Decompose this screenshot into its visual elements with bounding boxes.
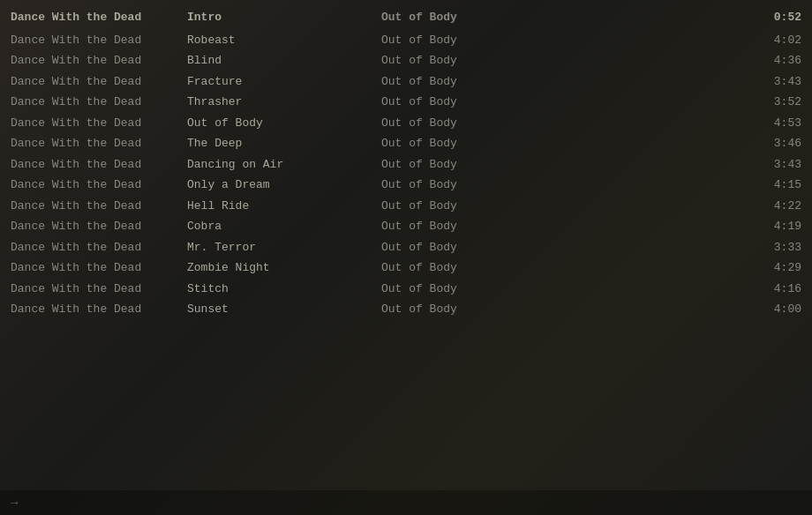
table-row[interactable]: Dance With the Dead The Deep Out of Body…: [0, 133, 812, 154]
track-title: Zombie Night: [187, 259, 381, 277]
table-row[interactable]: Dance With the Dead Thrasher Out of Body…: [0, 92, 812, 113]
track-spacer: [558, 176, 748, 194]
track-spacer: [558, 93, 748, 111]
track-album: Out of Body: [381, 301, 558, 318]
track-title: Hell Ride: [187, 198, 381, 215]
arrow-icon: →: [11, 496, 18, 510]
table-row[interactable]: Dance With the Dead Out of Body Out of B…: [0, 113, 812, 134]
track-artist: Dance With the Dead: [11, 280, 187, 298]
track-title: Blind: [187, 52, 381, 70]
track-album: Out of Body: [381, 176, 558, 194]
track-duration: 4:00: [748, 301, 801, 318]
track-title: The Deep: [187, 135, 381, 153]
track-duration: 3:52: [748, 93, 801, 111]
track-spacer: [558, 198, 748, 215]
table-row[interactable]: Dance With the Dead Robeast Out of Body …: [0, 30, 812, 51]
track-list: Dance With the Dead Intro Out of Body 0:…: [0, 0, 812, 320]
header-title: Intro: [187, 9, 381, 26]
track-spacer: [558, 259, 748, 277]
track-title: Fracture: [187, 73, 381, 91]
track-duration: 4:36: [748, 52, 801, 70]
track-duration: 4:19: [748, 218, 801, 235]
header-duration: 0:52: [748, 9, 801, 26]
table-row[interactable]: Dance With the Dead Sunset Out of Body 4…: [0, 299, 812, 320]
track-title: Only a Dream: [187, 176, 381, 194]
track-duration: 4:53: [748, 115, 801, 132]
track-album: Out of Body: [381, 32, 558, 49]
track-album: Out of Body: [381, 93, 558, 111]
track-spacer: [558, 115, 748, 132]
track-spacer: [558, 218, 748, 235]
track-album: Out of Body: [381, 280, 558, 298]
track-title: Out of Body: [187, 115, 381, 132]
table-row[interactable]: Dance With the Dead Blind Out of Body 4:…: [0, 50, 812, 71]
track-artist: Dance With the Dead: [11, 32, 187, 49]
table-row[interactable]: Dance With the Dead Stitch Out of Body 4…: [0, 279, 812, 300]
track-artist: Dance With the Dead: [11, 176, 187, 194]
track-artist: Dance With the Dead: [11, 156, 187, 174]
table-row[interactable]: Dance With the Dead Only a Dream Out of …: [0, 175, 812, 196]
track-artist: Dance With the Dead: [11, 301, 187, 318]
header-spacer: [558, 9, 748, 26]
track-spacer: [558, 301, 748, 318]
track-artist: Dance With the Dead: [11, 93, 187, 111]
table-row[interactable]: Dance With the Dead Zombie Night Out of …: [0, 258, 812, 279]
bottom-bar: →: [0, 490, 812, 515]
track-spacer: [558, 280, 748, 298]
track-album: Out of Body: [381, 52, 558, 70]
track-title: Thrasher: [187, 93, 381, 111]
track-album: Out of Body: [381, 115, 558, 132]
track-title: Robeast: [187, 32, 381, 49]
track-album: Out of Body: [381, 239, 558, 257]
track-album: Out of Body: [381, 259, 558, 277]
track-artist: Dance With the Dead: [11, 218, 187, 235]
track-album: Out of Body: [381, 73, 558, 91]
track-duration: 4:15: [748, 176, 801, 194]
track-spacer: [558, 135, 748, 153]
track-duration: 3:43: [748, 156, 801, 174]
track-spacer: [558, 32, 748, 49]
track-duration: 4:22: [748, 198, 801, 215]
track-artist: Dance With the Dead: [11, 135, 187, 153]
track-duration: 3:46: [748, 135, 801, 153]
header-artist: Dance With the Dead: [11, 9, 187, 26]
track-album: Out of Body: [381, 218, 558, 235]
track-duration: 4:02: [748, 32, 801, 49]
track-duration: 4:29: [748, 259, 801, 277]
track-album: Out of Body: [381, 135, 558, 153]
track-album: Out of Body: [381, 156, 558, 174]
track-title: Cobra: [187, 218, 381, 235]
track-title: Stitch: [187, 280, 381, 298]
track-artist: Dance With the Dead: [11, 115, 187, 132]
table-row[interactable]: Dance With the Dead Hell Ride Out of Bod…: [0, 196, 812, 217]
track-title: Mr. Terror: [187, 239, 381, 257]
track-artist: Dance With the Dead: [11, 73, 187, 91]
track-duration: 4:16: [748, 280, 801, 298]
track-spacer: [558, 156, 748, 174]
track-title: Dancing on Air: [187, 156, 381, 174]
table-row[interactable]: Dance With the Dead Dancing on Air Out o…: [0, 154, 812, 175]
table-row[interactable]: Dance With the Dead Mr. Terror Out of Bo…: [0, 237, 812, 258]
track-spacer: [558, 52, 748, 70]
track-spacer: [558, 73, 748, 91]
table-header: Dance With the Dead Intro Out of Body 0:…: [0, 7, 812, 30]
track-duration: 3:33: [748, 239, 801, 257]
track-artist: Dance With the Dead: [11, 239, 187, 257]
table-row[interactable]: Dance With the Dead Cobra Out of Body 4:…: [0, 216, 812, 237]
track-duration: 3:43: [748, 73, 801, 91]
track-spacer: [558, 239, 748, 257]
track-title: Sunset: [187, 301, 381, 318]
header-album: Out of Body: [381, 9, 558, 26]
table-row[interactable]: Dance With the Dead Fracture Out of Body…: [0, 71, 812, 93]
track-artist: Dance With the Dead: [11, 198, 187, 215]
track-album: Out of Body: [381, 198, 558, 215]
track-artist: Dance With the Dead: [11, 52, 187, 70]
track-artist: Dance With the Dead: [11, 259, 187, 277]
